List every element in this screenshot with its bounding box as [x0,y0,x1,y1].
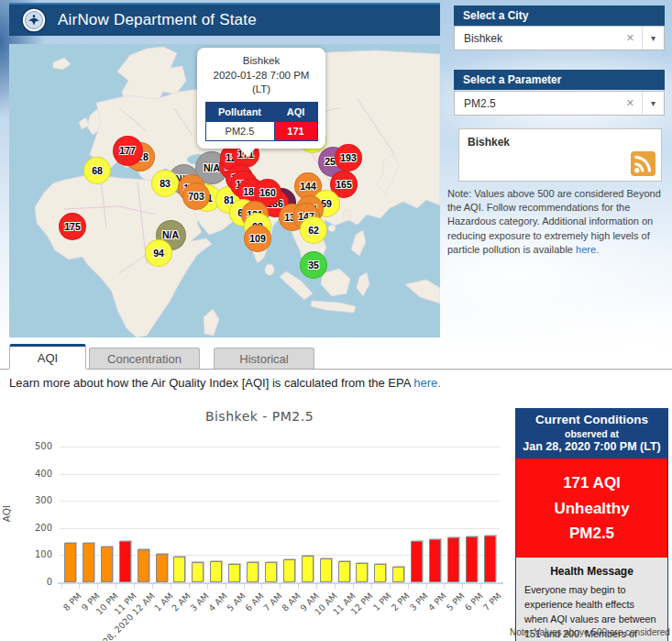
aqi-marker[interactable]: 83 [151,170,179,197]
x-axis-tickmark [171,584,171,589]
x-axis-tickmark [353,584,354,589]
select-city-header: Select a City [454,6,665,26]
chart-bar[interactable] [83,543,94,582]
learn-more-text: Learn more about how the Air Quality Ind… [9,376,441,390]
aqi-marker[interactable]: 109 [244,225,271,252]
city-select[interactable]: Bishkek ✕ ▾ [454,26,665,50]
chart-bar[interactable] [320,558,332,582]
tab-historical[interactable]: Historical [214,348,314,369]
chart-bar[interactable] [466,536,478,582]
parameter-select[interactable]: PM2.5 ✕ ▾ [454,91,665,116]
y-axis-tick: 0 [6,577,52,587]
feed-box: Bishkek [458,128,662,182]
chart-bar[interactable] [156,554,168,582]
chart-bar[interactable] [119,541,131,582]
sidebar-note: Note: Values above 500 are considered Be… [447,187,671,257]
chart-bar[interactable] [356,563,368,582]
health-message-title: Health Message [524,565,659,578]
chart-bar[interactable] [265,562,277,582]
chart-bar[interactable] [429,539,441,582]
x-axis-tick: 7 PM [480,591,502,613]
aqi-marker[interactable]: 35 [300,251,327,279]
current-conditions-panel: Current Conditions observed at Jan 28, 2… [515,408,668,641]
x-axis-tick: 5 AM [225,591,248,613]
chevron-down-icon[interactable]: ▾ [642,92,664,115]
tab-concentration[interactable]: Concentration [89,348,200,369]
y-axis-label: AQI [1,505,12,522]
chart-bar[interactable] [64,543,76,582]
chevron-down-icon[interactable]: ▾ [642,27,664,50]
aqi-marker[interactable]: 703 [182,182,210,210]
chart-bar[interactable] [338,561,350,582]
chart-bar[interactable] [283,559,295,582]
learn-more-link[interactable]: here. [413,376,441,390]
city-select-value: Bishkek [455,32,619,45]
chart-bar[interactable] [138,549,149,582]
x-axis-tick: 4 AM [206,591,229,613]
sidebar-note-text: Note: Values above 500 are considered Be… [447,188,661,255]
x-axis-tick: 3 AM [188,591,211,613]
gridline [60,474,500,475]
x-axis-tickmark [261,584,262,589]
aqi-marker[interactable]: 62 [300,216,327,244]
x-axis-tick: 6 PM [463,591,485,613]
y-axis-tick: 100 [6,549,52,559]
aqi-category: Unhealthy [516,496,667,522]
select-city-label: Select a City [463,9,528,22]
x-axis-tickmark [226,584,226,589]
parameter-select-value: PM2.5 [455,97,619,110]
popup-aqi-value: 171 [274,121,317,140]
x-axis-tickmark [152,584,153,589]
aqi-marker[interactable]: 94 [145,239,172,267]
chart-bar[interactable] [210,561,222,582]
aqi-marker[interactable]: 68 [83,157,111,184]
popup-col-aqi: AQI [274,102,317,121]
x-axis-tick: 7 AM [261,591,284,613]
x-axis-tickmark [298,584,299,589]
chart-bar[interactable] [228,564,240,582]
aqi-marker[interactable]: 193 [335,144,362,171]
rss-icon[interactable] [631,151,655,176]
x-axis-tick: 5 PM [445,591,467,613]
chart-bar[interactable] [192,562,204,582]
chart-bar[interactable] [374,564,386,582]
chart-bar[interactable] [247,562,259,582]
footer-note: Note: Values above 500 are considered [510,627,672,637]
x-axis-tick: 4 PM [426,591,448,613]
chart-bar[interactable] [173,557,185,582]
map-panel[interactable]: 17568128177N/A83N/A1233170381N/A94153128… [9,44,440,337]
x-axis-tick: 1 PM [371,591,393,613]
x-axis-tickmark [390,584,391,589]
x-axis-tickmark [335,584,336,589]
x-axis-tickmark [79,584,80,589]
select-parameter-label: Select a Parameter [463,73,561,86]
chart-bar[interactable] [101,547,113,582]
chart-bar[interactable] [447,537,459,582]
chart-bar[interactable] [411,541,423,582]
current-conditions-title: Current Conditions [517,413,666,426]
x-axis-tickmark [189,584,190,589]
y-axis-tick: 200 [6,523,52,533]
chart-bar[interactable] [302,556,314,582]
tab-strip: AQI Concentration Historical [0,345,672,370]
x-axis-tick: 8 AM [280,591,303,613]
select-parameter-header: Select a Parameter [454,70,665,90]
x-axis-tick: 3 PM [408,591,430,613]
x-axis-tickmark [207,584,208,589]
chart-title: Bishkek - PM2.5 [9,409,510,424]
aqi-marker[interactable]: 177 [113,136,143,166]
chart-bar[interactable] [484,536,496,582]
chart-bar[interactable] [392,567,404,582]
clear-icon[interactable]: ✕ [619,97,642,109]
x-axis-tickmark [480,584,481,589]
aqi-chart: Bishkek - PM2.5 AQI 01002003004005008 PM… [9,402,510,640]
aqi-marker[interactable]: 175 [59,213,86,240]
clear-icon[interactable]: ✕ [619,32,642,44]
dos-seal-icon [21,7,47,33]
sidebar-note-link[interactable]: here. [576,244,599,255]
tab-aqi[interactable]: AQI [9,344,86,369]
gridline [60,447,500,448]
x-axis-tickmark [61,584,62,589]
popup-title: Bishkek 2020-01-28 7:00 PM (LT) [203,54,320,97]
x-axis-tickmark [280,584,281,589]
